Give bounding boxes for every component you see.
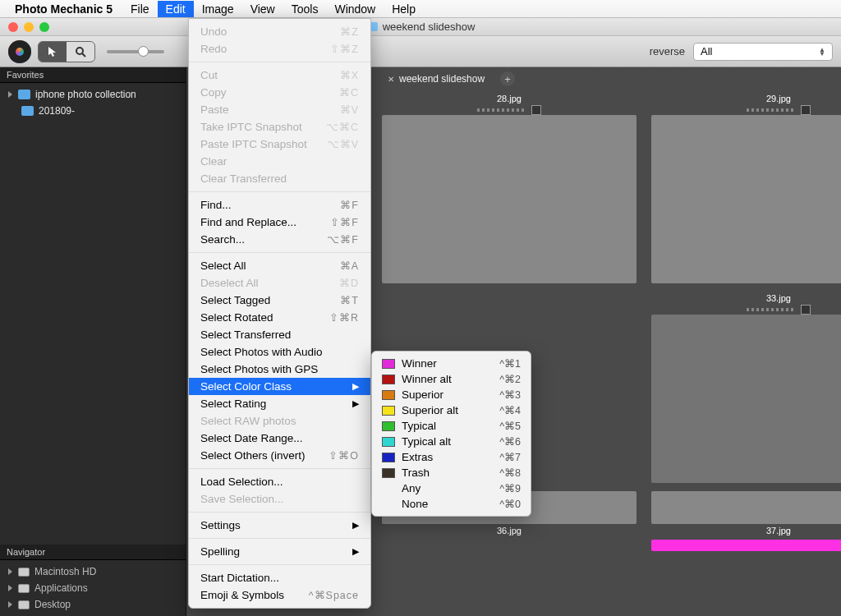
zoom-window-button[interactable] xyxy=(39,22,49,32)
select-color-class-submenu[interactable]: Winner^⌘1Winner alt^⌘2Superior^⌘3Superio… xyxy=(371,351,531,517)
submenu-item[interactable]: Superior alt^⌘4 xyxy=(372,402,531,418)
minimize-window-button[interactable] xyxy=(24,22,34,32)
menu-item[interactable]: Select Tagged⌘T xyxy=(189,292,370,309)
menu-item-label: Clear Transferred xyxy=(200,172,287,185)
menu-item[interactable]: Select Color Class▶ xyxy=(189,378,370,395)
favorites-item[interactable]: 201809- xyxy=(3,103,182,119)
submenu-item-shortcut: ^⌘7 xyxy=(499,451,521,463)
menu-item[interactable]: Select Date Range... xyxy=(189,430,370,447)
submenu-item[interactable]: Extras^⌘7 xyxy=(372,449,531,465)
navigator-item[interactable]: Desktop xyxy=(3,596,182,613)
thumbnail[interactable]: 29.jpg xyxy=(651,92,841,283)
chevron-updown-icon: ▲▼ xyxy=(819,48,825,56)
tab-weekend-slideshow[interactable]: ✕ weekend slideshow xyxy=(379,69,496,89)
add-tab-button[interactable]: + xyxy=(500,71,515,86)
zoom-tool[interactable] xyxy=(67,42,94,62)
window-title: weekend slideshow xyxy=(383,21,476,33)
thumbnail-image[interactable] xyxy=(382,115,636,283)
thumbnail-image[interactable] xyxy=(651,491,841,524)
menu-image[interactable]: Image xyxy=(194,1,242,17)
menu-item[interactable]: Emoji & Symbols^⌘Space xyxy=(189,586,370,604)
favorites-item[interactable]: iphone photo collection xyxy=(3,86,182,103)
submenu-arrow-icon: ▶ xyxy=(352,546,359,557)
menu-file[interactable]: File xyxy=(122,1,158,17)
submenu-item[interactable]: Winner alt^⌘2 xyxy=(372,371,531,387)
tag-checkbox[interactable] xyxy=(801,305,811,315)
menu-item-shortcut: ⌘F xyxy=(340,199,359,211)
menu-tools[interactable]: Tools xyxy=(283,1,327,17)
menu-edit[interactable]: Edit xyxy=(158,1,194,17)
menu-item[interactable]: Select Rating▶ xyxy=(189,395,370,412)
submenu-item[interactable]: Trash^⌘8 xyxy=(372,465,531,480)
submenu-item-label: Typical alt xyxy=(402,435,493,448)
thumbnail[interactable]: 37.jpg xyxy=(651,491,841,551)
menu-item[interactable]: Select All⌘A xyxy=(189,257,370,274)
thumbnail-image[interactable] xyxy=(651,315,841,483)
app-name[interactable]: Photo Mechanic 5 xyxy=(15,2,113,16)
submenu-arrow-icon: ▶ xyxy=(352,398,359,409)
submenu-item[interactable]: Typical alt^⌘6 xyxy=(372,434,531,449)
rating-dots[interactable] xyxy=(477,108,526,112)
menu-item-label: Copy xyxy=(200,86,227,99)
thumbnail-image[interactable] xyxy=(651,115,841,283)
menu-item-label: Find and Replace... xyxy=(200,216,296,228)
menu-item: Undo⌘Z xyxy=(189,23,370,40)
close-window-button[interactable] xyxy=(8,22,18,32)
menu-item-label: Select Transferred xyxy=(200,329,291,341)
filter-select[interactable]: All ▲▼ xyxy=(693,43,833,61)
submenu-item-label: Superior alt xyxy=(402,404,493,416)
menu-item[interactable]: Select Transferred xyxy=(189,326,370,343)
folder-icon xyxy=(21,106,34,116)
app-logo-icon[interactable] xyxy=(8,40,31,63)
submenu-arrow-icon: ▶ xyxy=(352,520,359,531)
menu-item[interactable]: Start Dictation... xyxy=(189,569,370,586)
tool-mode-toggle[interactable] xyxy=(38,41,95,62)
menu-item[interactable]: Select Others (invert)⇧⌘O xyxy=(189,447,370,464)
menu-item[interactable]: Find and Replace...⇧⌘F xyxy=(189,214,370,231)
menu-item[interactable]: Spelling▶ xyxy=(189,543,370,560)
color-swatch xyxy=(382,468,395,478)
submenu-item[interactable]: Winner^⌘1 xyxy=(372,356,531,371)
menu-help[interactable]: Help xyxy=(384,1,424,17)
rating-dots[interactable] xyxy=(747,108,796,112)
submenu-item-label: Any xyxy=(402,482,493,494)
menu-item-label: Paste IPTC Snapshot xyxy=(200,138,307,150)
submenu-item[interactable]: Any^⌘9 xyxy=(372,480,531,496)
menu-view[interactable]: View xyxy=(242,1,283,17)
navigator-item[interactable]: Applications xyxy=(3,580,182,596)
submenu-item[interactable]: None^⌘0 xyxy=(372,496,531,512)
thumbnail[interactable]: 28.jpg xyxy=(382,92,636,283)
navigator-item[interactable]: Macintosh HD xyxy=(3,563,182,580)
menu-item[interactable]: Settings▶ xyxy=(189,517,370,534)
tag-checkbox[interactable] xyxy=(801,105,811,115)
rating-dots[interactable] xyxy=(747,308,796,311)
disclosure-icon[interactable] xyxy=(8,585,13,591)
navigator-header: Navigator xyxy=(0,545,186,560)
menu-item[interactable]: Load Selection... xyxy=(189,473,370,490)
menu-item[interactable]: Find...⌘F xyxy=(189,196,370,214)
submenu-item[interactable]: Typical^⌘5 xyxy=(372,418,531,434)
favorites-header: Favorites xyxy=(0,67,186,83)
menu-item-shortcut: ⇧⌘F xyxy=(330,216,359,228)
menu-item-shortcut: ⌘V xyxy=(340,103,359,116)
disclosure-icon[interactable] xyxy=(8,568,13,575)
menu-item[interactable]: Select Rotated⇧⌘R xyxy=(189,309,370,326)
menu-item-shortcut: ⇧⌘Z xyxy=(330,43,359,55)
zoom-slider-knob[interactable] xyxy=(138,46,149,57)
close-icon[interactable]: ✕ xyxy=(388,75,394,84)
submenu-item[interactable]: Superior^⌘3 xyxy=(372,387,531,402)
thumbnail[interactable]: 33.jpg xyxy=(651,292,841,483)
menu-window[interactable]: Window xyxy=(326,1,384,17)
menu-item[interactable]: Select Photos with GPS xyxy=(189,361,370,378)
zoom-slider[interactable] xyxy=(107,50,164,53)
cursor-tool[interactable] xyxy=(39,42,67,62)
disclosure-icon[interactable] xyxy=(8,91,13,98)
tag-checkbox[interactable] xyxy=(531,105,541,115)
disclosure-icon[interactable] xyxy=(8,601,13,608)
edit-menu[interactable]: Undo⌘ZRedo⇧⌘ZCut⌘XCopy⌘CPaste⌘VTake IPTC… xyxy=(188,18,371,609)
menu-item[interactable]: Select Photos with Audio xyxy=(189,343,370,361)
menu-item-shortcut: ⇧⌘O xyxy=(329,449,359,462)
submenu-item-shortcut: ^⌘1 xyxy=(499,357,521,370)
menubar[interactable]: Photo Mechanic 5 File Edit Image View To… xyxy=(0,0,841,18)
menu-item[interactable]: Search...⌥⌘F xyxy=(189,231,370,248)
